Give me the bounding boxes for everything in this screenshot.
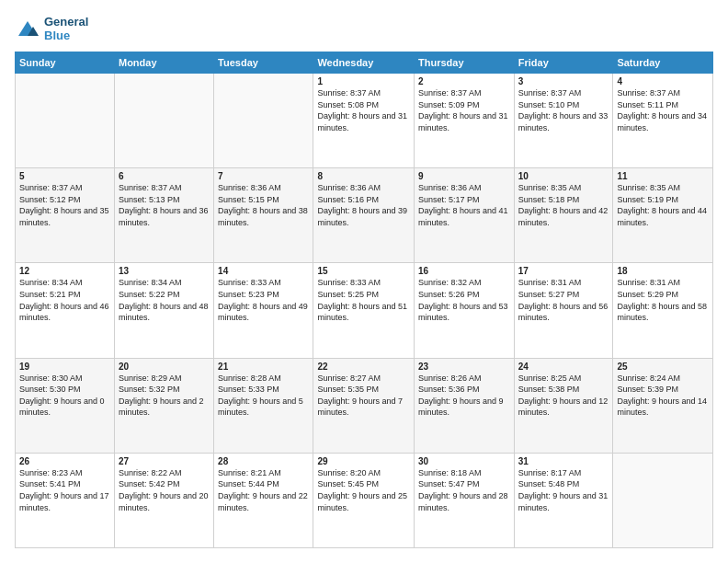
weekday-header: Wednesday [313,52,415,74]
day-number: 28 [218,456,309,466]
day-info: Sunrise: 8:37 AMSunset: 5:13 PMDaylight:… [119,182,210,228]
calendar-cell: 12Sunrise: 8:34 AMSunset: 5:21 PMDayligh… [16,263,115,358]
weekday-header: Tuesday [214,52,313,74]
day-info: Sunrise: 8:37 AMSunset: 5:09 PMDaylight:… [418,87,510,133]
day-number: 24 [518,362,609,372]
day-info: Sunrise: 8:27 AMSunset: 5:35 PMDaylight:… [317,373,410,419]
calendar-cell: 11Sunrise: 8:35 AMSunset: 5:19 PMDayligh… [613,168,713,263]
calendar-cell [16,74,115,168]
calendar-cell: 1Sunrise: 8:37 AMSunset: 5:08 PMDaylight… [313,74,415,168]
day-info: Sunrise: 8:36 AMSunset: 5:17 PMDaylight:… [418,182,510,228]
day-info: Sunrise: 8:37 AMSunset: 5:10 PMDaylight:… [518,87,609,133]
day-number: 15 [317,266,410,276]
day-info: Sunrise: 8:18 AMSunset: 5:47 PMDaylight:… [418,467,510,513]
day-number: 10 [518,171,609,181]
day-info: Sunrise: 8:37 AMSunset: 5:11 PMDaylight:… [617,87,709,133]
day-number: 31 [518,456,609,466]
day-number: 5 [19,171,110,181]
calendar-cell: 19Sunrise: 8:30 AMSunset: 5:30 PMDayligh… [16,358,115,453]
day-number: 7 [218,171,309,181]
calendar-table: SundayMondayTuesdayWednesdayThursdayFrid… [15,52,713,548]
day-info: Sunrise: 8:35 AMSunset: 5:19 PMDaylight:… [617,182,709,228]
day-info: Sunrise: 8:29 AMSunset: 5:32 PMDaylight:… [119,373,210,419]
day-number: 19 [19,362,110,372]
header: General Blue [15,15,713,42]
day-info: Sunrise: 8:25 AMSunset: 5:38 PMDaylight:… [518,373,609,419]
weekday-header: Saturday [613,52,713,74]
day-info: Sunrise: 8:36 AMSunset: 5:16 PMDaylight:… [317,182,410,228]
day-number: 13 [119,266,210,276]
calendar-week-row: 1Sunrise: 8:37 AMSunset: 5:08 PMDaylight… [16,74,713,168]
day-info: Sunrise: 8:34 AMSunset: 5:22 PMDaylight:… [119,277,210,323]
day-number: 17 [518,266,609,276]
calendar-cell: 16Sunrise: 8:32 AMSunset: 5:26 PMDayligh… [415,263,515,358]
calendar-cell: 3Sunrise: 8:37 AMSunset: 5:10 PMDaylight… [514,74,613,168]
weekday-header: Thursday [415,52,515,74]
logo: General Blue [15,15,88,42]
day-info: Sunrise: 8:34 AMSunset: 5:21 PMDaylight:… [19,277,110,323]
day-info: Sunrise: 8:36 AMSunset: 5:15 PMDaylight:… [218,182,309,228]
weekday-header: Monday [114,52,213,74]
day-info: Sunrise: 8:35 AMSunset: 5:18 PMDaylight:… [518,182,609,228]
logo-icon [15,16,40,41]
calendar-cell: 15Sunrise: 8:33 AMSunset: 5:25 PMDayligh… [313,263,415,358]
calendar-cell: 26Sunrise: 8:23 AMSunset: 5:41 PMDayligh… [16,453,115,547]
calendar-cell: 30Sunrise: 8:18 AMSunset: 5:47 PMDayligh… [415,453,515,547]
day-info: Sunrise: 8:17 AMSunset: 5:48 PMDaylight:… [518,467,609,513]
day-number: 21 [218,362,309,372]
calendar-cell: 20Sunrise: 8:29 AMSunset: 5:32 PMDayligh… [114,358,213,453]
day-number: 14 [218,266,309,276]
day-number: 12 [19,266,110,276]
day-info: Sunrise: 8:22 AMSunset: 5:42 PMDaylight:… [119,467,210,513]
day-info: Sunrise: 8:21 AMSunset: 5:44 PMDaylight:… [218,467,309,513]
calendar-week-row: 12Sunrise: 8:34 AMSunset: 5:21 PMDayligh… [16,263,713,358]
weekday-header: Sunday [16,52,115,74]
calendar-cell: 6Sunrise: 8:37 AMSunset: 5:13 PMDaylight… [114,168,213,263]
day-number: 6 [119,171,210,181]
calendar-cell: 13Sunrise: 8:34 AMSunset: 5:22 PMDayligh… [114,263,213,358]
calendar-cell: 23Sunrise: 8:26 AMSunset: 5:36 PMDayligh… [415,358,515,453]
calendar-cell: 10Sunrise: 8:35 AMSunset: 5:18 PMDayligh… [514,168,613,263]
calendar-week-row: 5Sunrise: 8:37 AMSunset: 5:12 PMDaylight… [16,168,713,263]
weekday-header: Friday [514,52,613,74]
day-info: Sunrise: 8:32 AMSunset: 5:26 PMDaylight:… [418,277,510,323]
calendar-cell: 5Sunrise: 8:37 AMSunset: 5:12 PMDaylight… [16,168,115,263]
day-info: Sunrise: 8:30 AMSunset: 5:30 PMDaylight:… [19,373,110,419]
calendar-cell: 27Sunrise: 8:22 AMSunset: 5:42 PMDayligh… [114,453,213,547]
day-number: 3 [518,76,609,86]
calendar-cell: 9Sunrise: 8:36 AMSunset: 5:17 PMDaylight… [415,168,515,263]
calendar-cell: 28Sunrise: 8:21 AMSunset: 5:44 PMDayligh… [214,453,313,547]
day-number: 8 [317,171,410,181]
day-info: Sunrise: 8:31 AMSunset: 5:29 PMDaylight:… [617,277,709,323]
day-info: Sunrise: 8:20 AMSunset: 5:45 PMDaylight:… [317,467,410,513]
day-info: Sunrise: 8:37 AMSunset: 5:12 PMDaylight:… [19,182,110,228]
calendar-cell: 24Sunrise: 8:25 AMSunset: 5:38 PMDayligh… [514,358,613,453]
calendar-cell: 14Sunrise: 8:33 AMSunset: 5:23 PMDayligh… [214,263,313,358]
calendar-cell: 29Sunrise: 8:20 AMSunset: 5:45 PMDayligh… [313,453,415,547]
calendar-cell: 7Sunrise: 8:36 AMSunset: 5:15 PMDaylight… [214,168,313,263]
logo-text: General Blue [44,15,88,42]
calendar-cell: 21Sunrise: 8:28 AMSunset: 5:33 PMDayligh… [214,358,313,453]
calendar-cell: 2Sunrise: 8:37 AMSunset: 5:09 PMDaylight… [415,74,515,168]
page: General Blue SundayMondayTuesdayWednesda… [0,0,728,563]
calendar-week-row: 19Sunrise: 8:30 AMSunset: 5:30 PMDayligh… [16,358,713,453]
day-number: 18 [617,266,709,276]
calendar-cell: 25Sunrise: 8:24 AMSunset: 5:39 PMDayligh… [613,358,713,453]
day-number: 26 [19,456,110,466]
calendar-cell [114,74,213,168]
calendar-cell [214,74,313,168]
day-number: 27 [119,456,210,466]
calendar-cell [613,453,713,547]
day-number: 29 [317,456,410,466]
calendar-header-row: SundayMondayTuesdayWednesdayThursdayFrid… [16,52,713,74]
day-number: 11 [617,171,709,181]
calendar-cell: 4Sunrise: 8:37 AMSunset: 5:11 PMDaylight… [613,74,713,168]
day-info: Sunrise: 8:33 AMSunset: 5:25 PMDaylight:… [317,277,410,323]
calendar-cell: 18Sunrise: 8:31 AMSunset: 5:29 PMDayligh… [613,263,713,358]
day-number: 25 [617,362,709,372]
calendar-cell: 17Sunrise: 8:31 AMSunset: 5:27 PMDayligh… [514,263,613,358]
day-info: Sunrise: 8:31 AMSunset: 5:27 PMDaylight:… [518,277,609,323]
day-number: 1 [317,76,410,86]
calendar-cell: 31Sunrise: 8:17 AMSunset: 5:48 PMDayligh… [514,453,613,547]
day-info: Sunrise: 8:23 AMSunset: 5:41 PMDaylight:… [19,467,110,513]
